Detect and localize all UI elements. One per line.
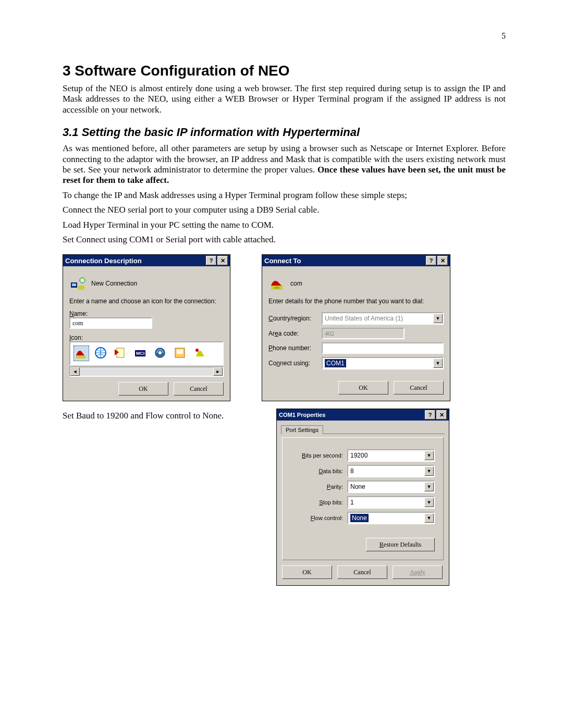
titlebar[interactable]: Connection Description ? ✕ (63, 255, 230, 266)
apply-label: Apply (410, 569, 425, 576)
dialog-subtitle: com (290, 280, 302, 287)
data-label: Data bits: (291, 468, 343, 474)
step-1: To change the IP and Mask addresses usin… (63, 190, 506, 201)
flow-value: None (350, 514, 369, 522)
area-input[interactable] (322, 328, 405, 339)
titlebar[interactable]: COM1 Properties ? ✕ (277, 409, 449, 421)
bits-select[interactable]: 19200▼ (347, 449, 435, 462)
help-icon[interactable]: ? (425, 410, 435, 419)
close-icon[interactable]: ✕ (437, 256, 448, 265)
icon-option-2[interactable] (93, 346, 109, 361)
dialog-connect-to: Connect To ? ✕ com Enter details for the… (262, 254, 450, 401)
phone-icon (268, 275, 286, 292)
heading-chapter: 3 Software Configuration of NEO (63, 63, 506, 79)
stop-select[interactable]: 1▼ (347, 496, 435, 509)
name-input[interactable] (69, 317, 152, 329)
dialog-subtitle: New Connection (91, 280, 137, 287)
stop-label: Stop bits: (291, 499, 343, 505)
connect-label: Connect using: (268, 360, 317, 367)
svg-point-2 (80, 278, 85, 283)
dialog-com1-properties: COM1 Properties ? ✕ Port Settings Bits p… (276, 409, 449, 586)
restore-defaults-button[interactable]: RRestore Defaultsestore Defaults (366, 538, 435, 551)
help-icon[interactable]: ? (206, 256, 216, 265)
parity-select[interactable]: None▼ (347, 480, 435, 493)
heading-section: 3.1 Setting the basic IP information wit… (63, 126, 506, 139)
cancel-button[interactable]: Cancel (337, 565, 387, 579)
flow-label: Flow control: (291, 515, 343, 521)
connect-value: COM1 (325, 359, 346, 367)
ok-button[interactable]: OK (282, 565, 332, 579)
help-icon[interactable]: ? (426, 256, 436, 265)
svg-point-9 (158, 351, 162, 354)
page-number: 5 (501, 31, 506, 41)
data-select[interactable]: 8▼ (347, 465, 435, 477)
icon-option-5[interactable] (153, 346, 168, 361)
svg-rect-14 (274, 287, 279, 289)
chevron-down-icon[interactable]: ▼ (433, 359, 443, 368)
chevron-down-icon[interactable]: ▼ (424, 451, 434, 460)
icon-option-4[interactable]: MCI (133, 346, 149, 361)
ok-button[interactable]: OK (338, 381, 388, 394)
chevron-down-icon[interactable]: ▼ (433, 314, 443, 323)
step-3: Load Hyper Terminal in your PC setting t… (63, 220, 506, 230)
close-icon[interactable]: ✕ (217, 256, 228, 265)
connection-icon (69, 275, 87, 292)
icon-option-7[interactable] (192, 346, 208, 361)
chevron-down-icon[interactable]: ▼ (424, 498, 434, 507)
apply-button[interactable]: Apply (393, 565, 443, 579)
icon-option-3[interactable] (113, 346, 129, 361)
cancel-button[interactable]: Cancel (394, 381, 444, 394)
scroll-left-icon[interactable]: ◄ (70, 367, 80, 376)
ok-button[interactable]: OK (118, 382, 168, 396)
chevron-down-icon[interactable]: ▼ (424, 482, 434, 491)
titlebar-title: Connect To (264, 257, 301, 265)
svg-text:MCI: MCI (136, 351, 145, 356)
parity-value: None (350, 483, 365, 490)
step-2: Connect the NEO serial port to your comp… (63, 205, 506, 215)
icon-option-1[interactable] (74, 346, 89, 361)
dialog-connection-description: Connection Description ? ✕ New Connectio… (63, 254, 230, 401)
bits-label: Bits per second: (291, 452, 343, 459)
parity-label: Parity: (291, 484, 343, 490)
titlebar-title: COM1 Properties (279, 412, 325, 418)
dialog-instruction: Enter a name and choose an icon for the … (69, 298, 224, 305)
close-icon[interactable]: ✕ (436, 410, 447, 419)
titlebar[interactable]: Connect To ? ✕ (262, 255, 450, 266)
chevron-down-icon[interactable]: ▼ (424, 513, 434, 523)
flow-select[interactable]: None▼ (347, 512, 435, 524)
phone-label: Phone number: (268, 344, 317, 352)
section-paragraph: As was mentioned before, all other param… (63, 143, 506, 186)
chevron-down-icon[interactable]: ▼ (424, 466, 434, 476)
svg-rect-1 (72, 283, 76, 286)
tab-port-settings[interactable]: Port Settings (281, 425, 323, 434)
bits-value: 19200 (350, 452, 368, 459)
cancel-button[interactable]: Cancel (174, 382, 224, 396)
dialog-instruction: Enter details for the phone number that … (268, 298, 444, 305)
icon-list[interactable]: MCI (69, 341, 224, 365)
country-value: United States of America (1) (325, 315, 403, 322)
area-label: Area code: (268, 330, 317, 337)
titlebar-title: Connection Description (65, 257, 142, 265)
intro-paragraph: Setup of the NEO is almost entirely done… (63, 83, 506, 115)
stop-value: 1 (350, 499, 354, 506)
data-value: 8 (350, 467, 354, 475)
scroll-right-icon[interactable]: ► (213, 367, 223, 376)
phone-input[interactable] (322, 342, 444, 354)
svg-rect-11 (177, 350, 183, 354)
connect-select[interactable]: COM1 ▼ (322, 357, 444, 369)
svg-point-12 (195, 349, 199, 352)
icon-option-6[interactable] (173, 346, 188, 361)
icon-scrollbar[interactable]: ◄ ► (69, 366, 224, 377)
name-label: NName:ame: (69, 310, 224, 317)
icon-label: Icon: (69, 334, 224, 341)
country-label: Country/region: (268, 315, 317, 322)
svg-rect-3 (76, 355, 85, 359)
country-select[interactable]: United States of America (1) ▼ (322, 312, 444, 325)
step-4: Set Connect using COM1 or Serial port wi… (63, 235, 506, 245)
step-5: Set Baud to 19200 and Flow control to No… (63, 411, 261, 421)
